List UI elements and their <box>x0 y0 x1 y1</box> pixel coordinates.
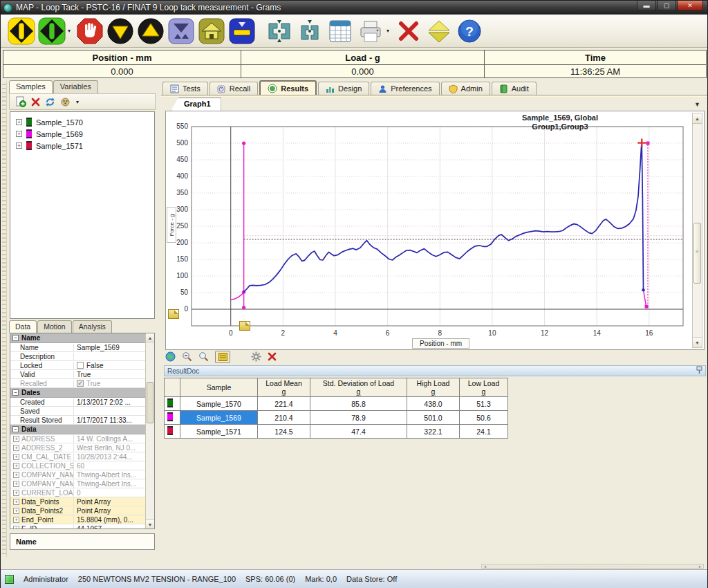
property-row[interactable]: +COMPANY_NAM...Thwing-Albert Ins... <box>10 479 145 488</box>
auto-hide-pin-icon[interactable] <box>696 366 702 376</box>
maximize-button[interactable]: ▢ <box>657 1 676 11</box>
tab-design[interactable]: Design <box>318 82 369 95</box>
group-dates[interactable]: −Dates <box>10 388 145 398</box>
property-row[interactable]: Result Stored1/17/2017 11:33... <box>10 416 145 425</box>
jog-down-button[interactable] <box>105 16 136 46</box>
group-name[interactable]: −Name <box>10 333 145 343</box>
calibrate-button[interactable] <box>424 16 454 46</box>
annotation-lock-button[interactable] <box>215 351 230 363</box>
graph-delete-icon[interactable] <box>268 352 277 361</box>
annotation-note-icon[interactable] <box>168 309 179 319</box>
zoom-out-icon[interactable] <box>182 351 192 362</box>
close-grips-button[interactable] <box>295 16 325 46</box>
scrollbar-thumb[interactable] <box>693 223 701 284</box>
graph-panel[interactable]: 0501001502002503003504004505005500246810… <box>165 111 705 350</box>
table-row[interactable]: Sample_1571 124.5 47.4 322.1 24.1 <box>165 425 508 439</box>
property-row[interactable]: +E_ID44.1067... <box>10 524 145 529</box>
tree-item-sample-1570[interactable]: + Sample_1570 <box>10 116 154 128</box>
sample-options-icon[interactable] <box>60 97 71 107</box>
horizontal-splitter[interactable]: ◄·······································… <box>481 564 704 569</box>
home-button[interactable] <box>196 16 227 46</box>
data-table-button[interactable] <box>325 16 355 46</box>
time-label: Time <box>485 50 706 65</box>
expand-icon[interactable]: + <box>16 131 22 137</box>
tab-analysis[interactable]: Analysis <box>73 320 112 333</box>
tab-audit[interactable]: Audit <box>492 82 537 95</box>
collapse-icon[interactable]: − <box>12 426 19 432</box>
table-row[interactable]: Sample_1570 221.4 85.8 438.0 51.3 <box>165 397 508 411</box>
property-row[interactable]: Saved <box>10 407 145 416</box>
delete-sample-icon[interactable] <box>31 98 40 107</box>
chart-canvas[interactable]: 0501001502002503003504004505005500246810… <box>166 111 693 350</box>
start-green-button[interactable] <box>37 16 67 46</box>
add-sample-icon[interactable] <box>15 96 26 107</box>
open-grips-button[interactable] <box>264 16 295 46</box>
graph-scrollbar[interactable]: ▲ ▼ <box>692 113 702 348</box>
stop-button[interactable] <box>75 16 105 46</box>
scroll-up-icon[interactable]: ▲ <box>693 113 702 124</box>
graph-list-caret-icon[interactable]: ▼ <box>694 101 700 108</box>
print-button[interactable] <box>355 16 386 46</box>
property-row[interactable]: ValidTrue <box>10 370 145 379</box>
property-row[interactable]: +ADDRESS_2West Berlin, NJ 0... <box>10 443 145 452</box>
zoom-in-icon[interactable] <box>198 351 209 362</box>
property-row[interactable]: +COLLECTION_S...60 <box>10 461 145 470</box>
start-dropdown-caret[interactable]: ▾ <box>68 28 74 34</box>
return-to-start-button[interactable] <box>227 16 257 46</box>
tab-tests[interactable]: Tests <box>162 82 208 95</box>
tab-samples[interactable]: Samples <box>9 80 53 93</box>
property-row[interactable]: +CURRENT_LOA...0 <box>10 488 145 497</box>
scroll-down-icon[interactable]: ▼ <box>146 520 154 529</box>
property-row[interactable]: +Data_Points2Point Array <box>10 506 145 515</box>
jog-mode-button[interactable] <box>166 16 196 46</box>
tab-preferences[interactable]: Preferences <box>371 82 439 95</box>
tab-variables[interactable]: Variables <box>53 80 98 93</box>
property-row[interactable]: +End_Point15.8804 (mm), 0... <box>10 515 145 524</box>
results-header-row: Sample Load Meang Std. Deviation of Load… <box>165 378 508 397</box>
jog-up-button[interactable] <box>136 16 166 46</box>
property-row[interactable]: +Data_PointsPoint Array <box>10 497 145 506</box>
property-row[interactable]: +COMPANY_NAMEThwing-Albert Ins... <box>10 470 145 479</box>
graph-settings-icon[interactable] <box>251 351 261 362</box>
svg-text:550: 550 <box>176 122 188 130</box>
property-row[interactable]: +ADDRESS14 W. Collings A... <box>10 434 145 443</box>
tree-item-sample-1571[interactable]: + Sample_1571 <box>10 140 154 151</box>
tab-motion[interactable]: Motion <box>37 320 72 333</box>
property-row[interactable]: NameSample_1569 <box>10 343 145 352</box>
collapse-icon[interactable]: − <box>12 389 19 396</box>
group-data[interactable]: −Data <box>10 425 145 434</box>
property-row[interactable]: +CM_CAL_DATE10/28/2013 2:44... <box>10 452 145 461</box>
scroll-down-icon[interactable]: ▼ <box>693 337 702 347</box>
position-label: Position - mm <box>3 50 241 65</box>
tab-admin[interactable]: Admin <box>441 82 490 95</box>
property-row[interactable]: LockedFalse <box>10 361 145 370</box>
tab-recall[interactable]: Recall <box>209 82 259 95</box>
scroll-up-icon[interactable]: ▲ <box>146 333 154 342</box>
start-yellow-button[interactable] <box>6 16 37 46</box>
tab-data[interactable]: Data <box>9 320 37 333</box>
expand-icon[interactable]: + <box>16 119 22 125</box>
delete-button[interactable] <box>393 16 424 46</box>
sample-options-caret[interactable]: ▾ <box>76 99 82 105</box>
expand-icon[interactable]: + <box>16 143 22 149</box>
print-dropdown-caret[interactable]: ▾ <box>386 28 393 34</box>
tab-graph1[interactable]: Graph1 <box>171 98 221 111</box>
tree-item-sample-1569[interactable]: + Sample_1569 <box>10 128 154 140</box>
checkbox-unchecked-icon[interactable] <box>77 362 84 369</box>
help-button[interactable]: ? <box>454 16 485 46</box>
scrollbar-thumb[interactable] <box>147 382 153 423</box>
left-splitter[interactable] <box>2 81 7 557</box>
minimize-button[interactable]: ▬ <box>637 1 656 11</box>
refresh-samples-icon[interactable] <box>45 97 55 107</box>
property-row[interactable]: Recalled✓True <box>10 379 145 388</box>
property-row[interactable]: Created1/13/2017 2:02 ... <box>10 398 145 407</box>
annotation-note-icon[interactable] <box>239 321 250 331</box>
table-row-selected[interactable]: Sample_1569 210.4 78.9 501.0 50.6 <box>165 411 508 425</box>
tab-results[interactable]: Results <box>259 80 317 95</box>
property-grid-scrollbar[interactable]: ▲ ▼ <box>145 333 154 529</box>
collapse-icon[interactable]: − <box>12 335 19 341</box>
load-value: 0.000 <box>241 65 485 77</box>
pan-globe-icon[interactable] <box>165 351 176 362</box>
close-button[interactable]: ✕ <box>677 1 703 11</box>
property-row[interactable]: Description <box>10 352 145 361</box>
